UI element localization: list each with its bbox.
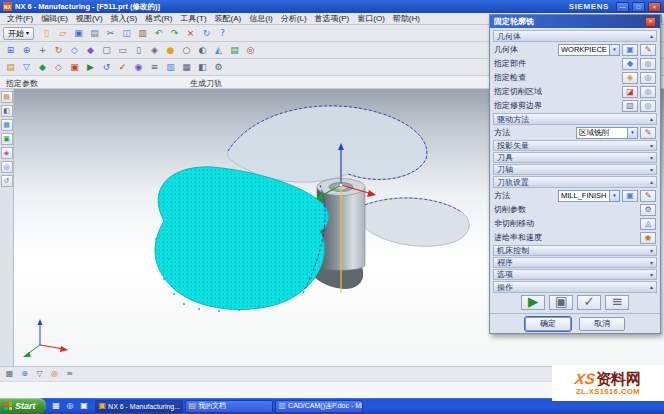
verify-toolpath-icon[interactable]: ✓ bbox=[115, 60, 130, 74]
wcs-display-icon[interactable]: ◎ bbox=[243, 43, 258, 57]
collapsed-section-header[interactable]: 程序 ▾ bbox=[493, 257, 657, 268]
create-operation-icon[interactable]: ▣ bbox=[67, 60, 82, 74]
minimize-button[interactable]: — bbox=[616, 2, 629, 12]
shop-documentation-icon[interactable]: ▥ bbox=[163, 60, 178, 74]
internet-explorer-icon[interactable]: ◎ bbox=[64, 400, 77, 413]
edit-method-button[interactable]: ✎ bbox=[640, 190, 656, 202]
hd3d-tool-icon[interactable]: ◎ bbox=[1, 161, 13, 173]
edit-drive-method-button[interactable]: ✎ bbox=[640, 127, 656, 139]
replay-toolpath-icon[interactable]: ↺ bbox=[99, 60, 114, 74]
section-header-geometry[interactable]: 几何体 ▴ bbox=[493, 30, 657, 42]
pan-icon[interactable]: + bbox=[35, 43, 50, 57]
selection-filter-icon[interactable]: ▽ bbox=[33, 368, 46, 380]
parallel-generate-button[interactable]: ▣ bbox=[549, 295, 573, 310]
machine-tool-view-icon[interactable]: ⚙ bbox=[211, 60, 226, 74]
geometry-select[interactable]: WORKPIECE ▾ bbox=[558, 44, 620, 56]
print-icon[interactable]: ▤ bbox=[87, 26, 102, 40]
create-program-icon[interactable]: ▤ bbox=[3, 60, 18, 74]
post-process-icon[interactable]: ≡ bbox=[147, 60, 162, 74]
title-bar[interactable]: NX NX 6 - Manufacturing - [F511.prt (修改的… bbox=[0, 0, 664, 13]
cancel-button[interactable]: 取消 bbox=[579, 317, 625, 331]
taskbar-window-button[interactable]: ▤ 我的文档 bbox=[185, 400, 273, 413]
open-settings-button[interactable]: ◉ bbox=[640, 232, 656, 244]
help-icon[interactable]: ? bbox=[215, 26, 230, 40]
menu-item[interactable]: 编辑(E) bbox=[37, 13, 72, 24]
create-geometry-icon[interactable]: ◆ bbox=[35, 60, 50, 74]
start-button[interactable]: Start bbox=[0, 398, 46, 414]
dialog-close-button[interactable]: × bbox=[645, 17, 656, 27]
ok-button[interactable]: 确定 bbox=[525, 317, 571, 331]
side-view-icon[interactable]: ▯ bbox=[131, 43, 146, 57]
operation-navigator-icon[interactable]: ▣ bbox=[1, 133, 13, 145]
fit-view-icon[interactable]: ⊞ bbox=[3, 43, 18, 57]
constraint-navigator-icon[interactable]: ◧ bbox=[1, 105, 13, 117]
menu-item[interactable]: 分析(L) bbox=[277, 13, 311, 24]
front-view-icon[interactable]: ▢ bbox=[99, 43, 114, 57]
new-geometry-button[interactable]: ▣ bbox=[622, 44, 638, 56]
display-button[interactable]: ◎ bbox=[640, 86, 656, 98]
display-button[interactable]: ◎ bbox=[640, 72, 656, 84]
open-settings-button[interactable]: ◬ bbox=[640, 218, 656, 230]
collapsed-section-header[interactable]: 投影矢量 ▾ bbox=[493, 140, 657, 151]
create-method-icon[interactable]: ◇ bbox=[51, 60, 66, 74]
select-object-button[interactable]: ◆ bbox=[622, 58, 638, 70]
simulate-machine-icon[interactable]: ◉ bbox=[131, 60, 146, 74]
maximize-button[interactable]: □ bbox=[632, 2, 645, 12]
menu-item[interactable]: 窗口(O) bbox=[353, 13, 389, 24]
trimetric-view-icon[interactable]: ◆ bbox=[83, 43, 98, 57]
section-header-path-settings[interactable]: 刀轨设置 ▴ bbox=[493, 176, 657, 188]
gouge-check-icon[interactable]: ◧ bbox=[195, 60, 210, 74]
create-tool-icon[interactable]: ▽ bbox=[19, 60, 34, 74]
edit-geometry-button[interactable]: ✎ bbox=[640, 44, 656, 56]
collapsed-section-header[interactable]: 机床控制 ▾ bbox=[493, 245, 657, 256]
redo-icon[interactable]: ↷ bbox=[167, 26, 182, 40]
zoom-icon[interactable]: ⊕ bbox=[19, 43, 34, 57]
copy-icon[interactable]: ◫ bbox=[119, 26, 134, 40]
display-button[interactable]: ◎ bbox=[640, 58, 656, 70]
hidden-line-icon[interactable]: ◐ bbox=[195, 43, 210, 57]
info-icon[interactable]: ≡ bbox=[63, 368, 76, 380]
highlight-icon[interactable]: ◎ bbox=[48, 368, 61, 380]
save-icon[interactable]: ▣ bbox=[71, 26, 86, 40]
collapsed-section-header[interactable]: 刀轴 ▾ bbox=[493, 164, 657, 175]
menu-item[interactable]: 格式(R) bbox=[141, 13, 176, 24]
menu-item[interactable]: 帮助(H) bbox=[389, 13, 424, 24]
menu-item[interactable]: 首选项(P) bbox=[311, 13, 354, 24]
selection-scope-icon[interactable]: ▦ bbox=[3, 368, 16, 380]
taskbar-window-button[interactable]: ▥ CAD/CAM()连P.doc - Mi... bbox=[275, 400, 363, 413]
reuse-library-icon[interactable]: ◈ bbox=[1, 147, 13, 159]
close-button[interactable]: × bbox=[648, 2, 661, 12]
delete-icon[interactable]: × bbox=[183, 26, 198, 40]
open-icon[interactable]: ▱ bbox=[55, 26, 70, 40]
orient-view-icon[interactable]: ◇ bbox=[67, 43, 82, 57]
section-header-actions[interactable]: 操作 ▴ bbox=[493, 281, 657, 293]
perspective-icon[interactable]: ◭ bbox=[211, 43, 226, 57]
start-menu-button[interactable]: 开始 ▾ bbox=[3, 27, 34, 40]
menu-item[interactable]: 插入(S) bbox=[107, 13, 142, 24]
part-navigator-icon[interactable]: ▦ bbox=[1, 119, 13, 131]
menu-item[interactable]: 工具(T) bbox=[176, 13, 210, 24]
collapsed-section-header[interactable]: 选项 ▾ bbox=[493, 269, 657, 280]
shaded-icon[interactable]: ● bbox=[163, 43, 178, 57]
isometric-view-icon[interactable]: ◈ bbox=[147, 43, 162, 57]
drive-method-select[interactable]: 区域铣削 ▾ bbox=[576, 127, 638, 139]
media-player-icon[interactable]: ▣ bbox=[78, 400, 91, 413]
top-view-icon[interactable]: ▭ bbox=[115, 43, 130, 57]
select-object-button[interactable]: ◪ bbox=[622, 86, 638, 98]
assembly-navigator-icon[interactable]: ▤ bbox=[1, 91, 13, 103]
verify-button[interactable]: ✓ bbox=[577, 295, 601, 310]
section-header-drive-method[interactable]: 驱动方法 ▴ bbox=[493, 113, 657, 125]
refresh-icon[interactable]: ↻ bbox=[199, 26, 214, 40]
select-object-button[interactable]: ◈ bbox=[622, 72, 638, 84]
new-icon[interactable]: ▯ bbox=[39, 26, 54, 40]
taskbar-window-button[interactable]: ▣ NX 6 - Manufacturing... bbox=[95, 400, 183, 413]
history-icon[interactable]: ↺ bbox=[1, 175, 13, 187]
menu-item[interactable]: 文件(F) bbox=[3, 13, 37, 24]
menu-item[interactable]: 装配(A) bbox=[211, 13, 246, 24]
new-method-button[interactable]: ▣ bbox=[622, 190, 638, 202]
menu-item[interactable]: 信息(I) bbox=[245, 13, 277, 24]
open-settings-button[interactable]: ⚙ bbox=[640, 204, 656, 216]
generate-toolpath-icon[interactable]: ▶ bbox=[83, 60, 98, 74]
operation-list-icon[interactable]: ▦ bbox=[179, 60, 194, 74]
rotate-view-icon[interactable]: ↻ bbox=[51, 43, 66, 57]
